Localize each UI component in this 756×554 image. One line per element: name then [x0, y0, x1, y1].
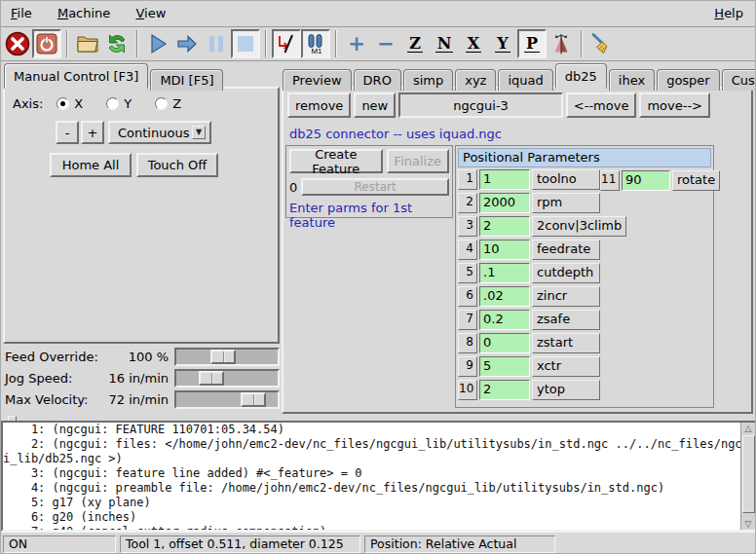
move-left-button[interactable]: <--move	[566, 92, 637, 118]
gcode-text-area[interactable]: 1: (ngcgui: FEATURE 110701:05.34.54) 2: …	[1, 421, 756, 532]
scroll-up-icon[interactable]: △	[741, 423, 755, 434]
zoom-out-button[interactable]: −	[371, 29, 400, 58]
new-button[interactable]: new	[354, 92, 396, 118]
radio-axis-x[interactable]	[57, 97, 69, 110]
stop-button[interactable]	[231, 29, 260, 58]
move-right-button[interactable]: move-->	[639, 92, 710, 118]
feed-override-slider[interactable]	[174, 348, 280, 366]
param-row: 3 2 2conv|3climb	[458, 216, 713, 237]
param-number: 6	[458, 286, 477, 307]
reload-button[interactable]	[102, 29, 132, 58]
jog-minus-button[interactable]: -	[56, 121, 79, 144]
letter-p-icon: P	[524, 35, 540, 53]
max-velocity-value: 72 in/min	[59, 392, 169, 407]
gcode-scrollbar[interactable]: △ ▽	[740, 423, 755, 530]
feed-override-handle[interactable]	[210, 350, 236, 364]
clear-plot-button[interactable]	[587, 29, 617, 58]
zoom-in-button[interactable]: +	[342, 29, 371, 58]
tab-simp[interactable]: simp	[403, 69, 453, 91]
gcode-line: 1: (ngcgui: FEATURE 110701:05.34.54)	[3, 423, 755, 437]
remove-button[interactable]: remove	[287, 92, 351, 118]
menu-file[interactable]: File	[9, 1, 34, 26]
jog-mode-select[interactable]: Continuous ▼	[108, 121, 211, 144]
radio-axis-z[interactable]	[155, 97, 168, 110]
tab-preview[interactable]: Preview	[283, 69, 352, 91]
tab-gosper[interactable]: gosper	[657, 69, 720, 91]
view-z-rotated-button[interactable]: N	[430, 29, 459, 58]
letter-z-rotated-icon: N	[435, 35, 454, 53]
max-velocity-slider[interactable]	[174, 390, 280, 409]
param-row: 10 2 ytop	[458, 380, 713, 400]
rotate-view-toggle[interactable]	[547, 29, 576, 58]
machine-power-button[interactable]	[32, 29, 61, 58]
skip-lines-toggle[interactable]	[272, 29, 301, 58]
param-value-input[interactable]: 2	[479, 216, 530, 237]
view-y-button[interactable]: Y	[488, 29, 517, 58]
scroll-down-icon[interactable]: ▽	[741, 518, 755, 530]
open-file-button[interactable]	[73, 29, 102, 58]
optional-pause-toggle[interactable]: M1	[301, 29, 330, 58]
param-name-label: zincr	[532, 286, 600, 307]
param-value-input[interactable]: 0.2	[479, 310, 530, 330]
restart-button[interactable]: Restart	[301, 178, 449, 196]
tab-custom[interactable]: Custom	[722, 69, 756, 91]
param-number: 8	[458, 333, 477, 353]
touch-off-button[interactable]: Touch Off	[136, 153, 218, 177]
chevron-down-icon: ▼	[192, 126, 206, 139]
finalize-button[interactable]: Finalize	[387, 149, 449, 173]
step-button[interactable]	[172, 29, 202, 58]
home-all-button[interactable]: Home All	[50, 153, 132, 177]
param-number: 4	[458, 240, 477, 260]
feed-override-value: 100 %	[59, 350, 169, 364]
svg-text:M1: M1	[311, 47, 322, 55]
param-value-input[interactable]: 90	[622, 170, 670, 191]
jog-plus-button[interactable]: +	[81, 121, 104, 144]
jog-speed-handle[interactable]	[199, 371, 224, 386]
param-number: 1	[458, 169, 477, 190]
param-row: 2 2000 rpm	[458, 193, 713, 213]
tab-mdi[interactable]: MDI [F5]	[150, 69, 223, 91]
tab-manual-control[interactable]: Manual Control [F3]	[4, 63, 148, 89]
menu-machine[interactable]: Machine	[56, 1, 112, 26]
run-button[interactable]	[143, 29, 172, 58]
param-value-input[interactable]: 0	[479, 333, 530, 353]
jog-speed-slider[interactable]	[174, 369, 280, 388]
param-value-input[interactable]: 5	[479, 356, 530, 377]
param-value-input[interactable]: 2000	[479, 193, 530, 213]
radio-axis-x-label: X	[74, 96, 83, 111]
param-name-label: feedrate	[532, 240, 600, 260]
param-value-input[interactable]: .02	[479, 286, 530, 307]
instance-name-field[interactable]: ngcgui-3	[398, 92, 563, 118]
menu-view[interactable]: View	[133, 1, 168, 26]
param-number: 11	[600, 170, 620, 191]
tab-xyz[interactable]: xyz	[455, 69, 496, 91]
feed-override-row: Feed Override: 100 %	[1, 348, 281, 367]
param-value-input[interactable]: 2	[479, 380, 530, 400]
param-value-input[interactable]: 1	[479, 169, 530, 190]
broom-icon	[590, 32, 614, 55]
status-bar: ON Tool 1, offset 0.511, diameter 0.125 …	[1, 532, 756, 554]
view-p-button[interactable]: P	[517, 29, 547, 58]
estop-button[interactable]	[3, 29, 32, 58]
power-icon	[36, 33, 57, 55]
menu-help[interactable]: Help	[712, 1, 745, 26]
param-value-input[interactable]: .1	[479, 263, 530, 283]
left-notebook-tabs: Manual Control [F3]MDI [F5]	[4, 63, 225, 88]
skip-lines-icon	[276, 33, 297, 55]
create-feature-button[interactable]: Create Feature	[289, 149, 383, 173]
tab-iquad[interactable]: iquad	[498, 69, 552, 91]
param-row: 8 0 zstart	[458, 333, 713, 353]
toolbar: M1 + − Z N X Y P	[1, 27, 755, 61]
scrollbar-thumb[interactable]	[742, 435, 755, 513]
pause-button[interactable]	[202, 29, 231, 58]
param-name-label: rpm	[532, 193, 600, 213]
radio-axis-y[interactable]	[106, 97, 119, 110]
tab-db25[interactable]: db25	[555, 63, 607, 89]
view-z-button[interactable]: Z	[400, 29, 430, 58]
view-x-button[interactable]: X	[459, 29, 488, 58]
param-value-input[interactable]: 10	[479, 240, 530, 260]
tab-dro[interactable]: DRO	[354, 69, 401, 91]
max-velocity-handle[interactable]	[241, 392, 266, 407]
radio-axis-y-label: Y	[124, 96, 132, 111]
tab-ihex[interactable]: ihex	[609, 69, 655, 91]
